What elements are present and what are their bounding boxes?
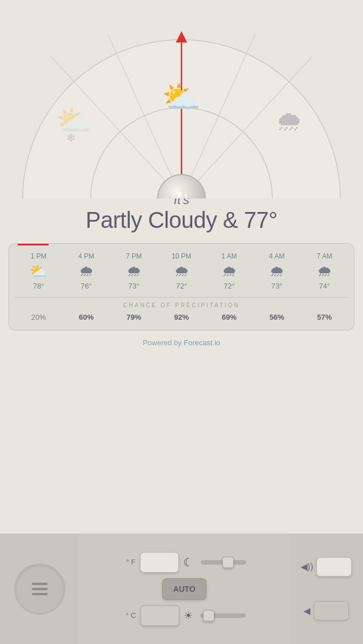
forecast-section: 1 PM ⛅ 78° 4 PM 🌧 76° 7 PM 🌧 73° 10 PM 🌧…	[9, 243, 354, 331]
forecast-temp-6: 74°	[319, 282, 330, 290]
auto-button[interactable]: AUTO	[162, 578, 206, 600]
forecast-icon-1: 🌧	[79, 264, 94, 278]
forecast-item-1: 4 PM 🌧 76°	[62, 252, 110, 290]
forecast-item-0: 1 PM ⛅ 78°	[15, 252, 62, 290]
forecast-icon-6: 🌧	[317, 264, 332, 278]
svg-marker-5	[176, 31, 187, 43]
condition-main: Partly Cloudy & 77°	[0, 207, 363, 233]
gauge-section: ⛅ ❄ ⛅ 🌧 ↻	[0, 0, 363, 198]
sound-low-row: ◀	[303, 601, 349, 620]
precip-item-3: 92%	[158, 313, 205, 321]
bar-line-2	[32, 588, 48, 590]
forecast-temp-5: 73°	[271, 282, 282, 290]
forecast-temp-0: 78°	[33, 282, 44, 290]
sun-icon: ☀	[184, 609, 193, 622]
bars-icon	[32, 583, 48, 595]
forecast-red-bar	[18, 244, 49, 245]
forecast-temp-2: 73°	[128, 282, 140, 290]
forecast-icon-4: 🌧	[222, 264, 237, 278]
precip-item-4: 69%	[205, 313, 253, 321]
brightness-slider-track[interactable]	[200, 613, 246, 618]
forecast-icon-2: 🌧	[126, 264, 141, 278]
forecast-temp-3: 72°	[176, 282, 187, 290]
svg-text:↻: ↻	[175, 189, 188, 198]
precip-item-5: 56%	[253, 313, 301, 321]
sound-low-icon: ◀	[303, 605, 310, 616]
theme-slider-track[interactable]	[201, 560, 246, 565]
svg-text:❄: ❄	[66, 132, 76, 144]
forecast-time-5: 4 AM	[269, 252, 284, 260]
powered-by-text: Powered by	[143, 338, 182, 347]
forecast-io-link[interactable]: Forecast.io	[184, 338, 220, 347]
precip-item-6: 57%	[301, 313, 348, 321]
forecast-time-3: 10 PM	[172, 252, 192, 260]
svg-text:⛅: ⛅	[162, 78, 201, 116]
sound-high-row: ◀))	[301, 557, 352, 577]
bottom-controls: ° F ☾ AUTO ° C ☀ ◀)) ◀	[0, 533, 363, 644]
precip-label: CHANCE OF PRECIPITATION	[15, 297, 348, 308]
precip-item-2: 79%	[110, 313, 158, 321]
precip-row: 20% 60% 79% 92% 69% 56% 57%	[15, 313, 348, 321]
forecast-temp-4: 72°	[223, 282, 235, 290]
celsius-label: ° C	[120, 611, 136, 620]
menu-button[interactable]	[14, 564, 65, 615]
bar-line-3	[32, 593, 48, 595]
fahrenheit-label: ° F	[120, 558, 136, 566]
theme-slider-thumb[interactable]	[222, 557, 234, 568]
forecast-item-5: 4 AM 🌧 73°	[253, 252, 301, 290]
forecast-icon-5: 🌧	[269, 264, 284, 278]
forecast-time-2: 7 PM	[126, 252, 142, 260]
condition-section: It's Partly Cloudy & 77°	[0, 193, 363, 233]
brightness-slider-thumb[interactable]	[203, 610, 214, 621]
fahrenheit-toggle[interactable]	[140, 552, 179, 573]
forecast-hours-row: 1 PM ⛅ 78° 4 PM 🌧 76° 7 PM 🌧 73° 10 PM 🌧…	[15, 252, 348, 290]
forecast-icon-3: 🌧	[174, 264, 189, 278]
moon-icon: ☾	[183, 556, 193, 569]
sound-high-button[interactable]	[316, 557, 352, 577]
powered-by: Powered by Forecast.io	[0, 338, 363, 347]
forecast-time-0: 1 PM	[31, 252, 47, 260]
forecast-time-4: 1 AM	[221, 252, 237, 260]
precip-item-0: 20%	[15, 313, 62, 321]
forecast-time-6: 7 AM	[316, 252, 332, 260]
forecast-item-6: 7 AM 🌧 74°	[301, 252, 348, 290]
forecast-temp-1: 76°	[81, 282, 92, 290]
forecast-item-3: 10 PM 🌧 72°	[158, 252, 205, 290]
forecast-item-2: 7 PM 🌧 73°	[110, 252, 158, 290]
sound-high-icon: ◀))	[301, 561, 314, 572]
forecast-time-1: 4 PM	[78, 252, 94, 260]
svg-text:🌧: 🌧	[276, 106, 303, 136]
forecast-item-4: 1 AM 🌧 72°	[205, 252, 253, 290]
precip-item-1: 60%	[62, 313, 110, 321]
celsius-toggle[interactable]	[141, 605, 179, 626]
sound-low-button[interactable]	[314, 601, 349, 620]
bottom-left-panel	[0, 533, 79, 644]
forecast-icon-0: ⛅	[29, 264, 48, 278]
bar-line-1	[32, 583, 48, 585]
